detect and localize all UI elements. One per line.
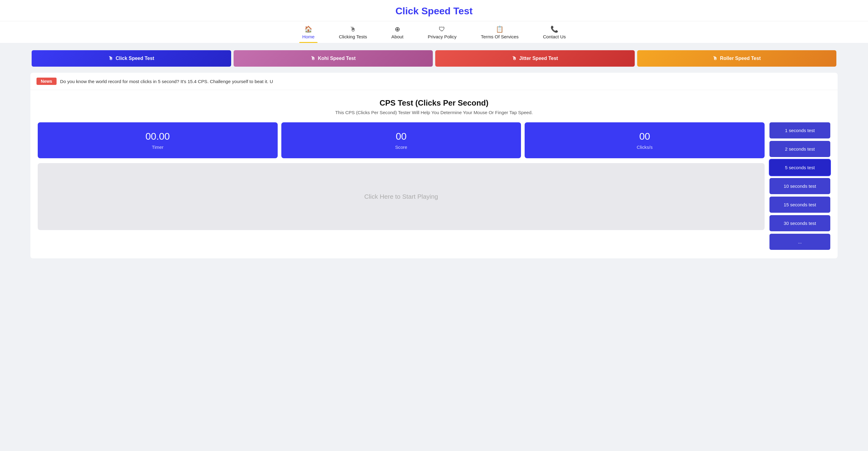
mouse-btn-icon: 🖱 bbox=[108, 56, 113, 61]
jitter-speed-test-label: Jitter Speed Test bbox=[519, 56, 558, 61]
jitter-mouse-icon: 🖱 bbox=[512, 56, 517, 61]
crosshair-icon: ⊕ bbox=[395, 26, 400, 33]
timer-label: Timer bbox=[42, 145, 273, 150]
click-area-text: Click Here to Start Playing bbox=[364, 193, 438, 200]
nav-label-privacy: Privacy Policy bbox=[428, 34, 457, 39]
shield-icon: 🛡 bbox=[439, 26, 445, 33]
document-icon: 📋 bbox=[496, 26, 504, 33]
time-btn-1s[interactable]: 1 seconds test bbox=[770, 122, 830, 139]
home-icon: 🏠 bbox=[304, 26, 312, 33]
roller-speed-test-label: Roller Speed Test bbox=[720, 56, 761, 61]
jitter-speed-test-button[interactable]: 🖱 Jitter Speed Test bbox=[435, 50, 635, 67]
kohi-speed-test-button[interactable]: 🖱 Kohi Speed Test bbox=[234, 50, 433, 67]
nav-item-contact[interactable]: 📞 Contact Us bbox=[540, 21, 569, 43]
kohi-mouse-icon: 🖱 bbox=[311, 56, 315, 61]
cps-section: CPS Test (Clicks Per Second) This CPS (C… bbox=[30, 90, 838, 259]
phone-icon: 📞 bbox=[551, 26, 558, 33]
nav-item-privacy[interactable]: 🛡 Privacy Policy bbox=[425, 21, 460, 43]
news-bar: News Do you know the world record for mo… bbox=[30, 73, 838, 90]
clicks-label: Clicks/s bbox=[529, 145, 760, 150]
time-btn-10s[interactable]: 10 seconds test bbox=[770, 178, 830, 194]
nav-item-clicking-tests[interactable]: 🖱 Clicking Tests bbox=[336, 21, 370, 43]
click-play-area[interactable]: Click Here to Start Playing bbox=[38, 163, 765, 230]
nav-item-about[interactable]: ⊕ About bbox=[389, 21, 407, 43]
score-label: Score bbox=[286, 145, 517, 150]
cps-layout: 00.00 Timer 00 Score 00 Clicks/s Click H… bbox=[38, 122, 830, 250]
nav-item-home[interactable]: 🏠 Home bbox=[299, 21, 318, 43]
clicks-value: 00 bbox=[529, 131, 760, 142]
clicks-box: 00 Clicks/s bbox=[525, 122, 765, 158]
kohi-speed-test-label: Kohi Speed Test bbox=[318, 56, 355, 61]
score-box: 00 Score bbox=[281, 122, 521, 158]
cps-title: CPS Test (Clicks Per Second) bbox=[38, 99, 830, 108]
time-btn-30s[interactable]: 30 seconds test bbox=[770, 215, 830, 231]
nav-label-clicking-tests: Clicking Tests bbox=[339, 34, 367, 39]
click-speed-test-label: Click Speed Test bbox=[116, 56, 154, 61]
timer-box: 00.00 Timer bbox=[38, 122, 278, 158]
main-content: News Do you know the world record for mo… bbox=[0, 67, 868, 265]
nav-bar: 🏠 Home 🖱 Clicking Tests ⊕ About 🛡 Privac… bbox=[0, 21, 868, 43]
mouse-icon: 🖱 bbox=[350, 26, 356, 33]
site-title: Click Speed Test bbox=[0, 5, 868, 21]
nav-label-about: About bbox=[392, 34, 404, 39]
nav-item-terms[interactable]: 📋 Terms Of Services bbox=[478, 21, 522, 43]
top-buttons-bar: 🖱 Click Speed Test 🖱 Kohi Speed Test 🖱 J… bbox=[0, 43, 868, 67]
news-badge: News bbox=[36, 78, 57, 85]
roller-speed-test-button[interactable]: 🖱 Roller Speed Test bbox=[637, 50, 837, 67]
cps-subtitle: This CPS (Clicks Per Second) Tester Will… bbox=[38, 110, 830, 115]
news-text: Do you know the world record for most cl… bbox=[60, 79, 273, 84]
timer-value: 00.00 bbox=[42, 131, 273, 142]
time-btn-more[interactable]: ... bbox=[770, 234, 830, 250]
cps-main-panel: 00.00 Timer 00 Score 00 Clicks/s Click H… bbox=[38, 122, 765, 230]
stats-row: 00.00 Timer 00 Score 00 Clicks/s bbox=[38, 122, 765, 158]
time-btn-5s[interactable]: 5 seconds test bbox=[770, 159, 830, 176]
click-speed-test-button[interactable]: 🖱 Click Speed Test bbox=[32, 50, 231, 67]
nav-label-terms: Terms Of Services bbox=[481, 34, 519, 39]
cps-sidebar: 1 seconds test 2 seconds test 5 seconds … bbox=[770, 122, 830, 250]
score-value: 00 bbox=[286, 131, 517, 142]
nav-label-home: Home bbox=[302, 34, 315, 39]
time-btn-2s[interactable]: 2 seconds test bbox=[770, 141, 830, 157]
nav-label-contact: Contact Us bbox=[543, 34, 566, 39]
site-header: Click Speed Test 🏠 Home 🖱 Clicking Tests… bbox=[0, 0, 868, 43]
time-btn-15s[interactable]: 15 seconds test bbox=[770, 197, 830, 213]
roller-mouse-icon: 🖱 bbox=[713, 56, 717, 61]
